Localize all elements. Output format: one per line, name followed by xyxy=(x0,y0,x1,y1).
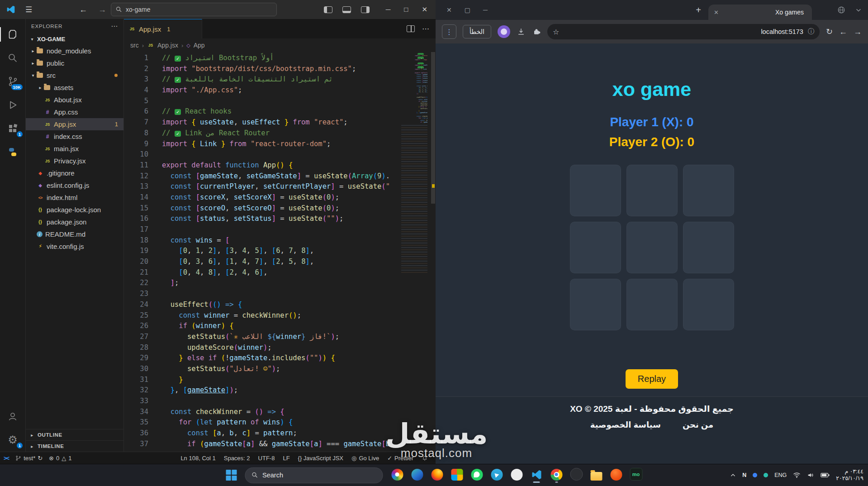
bookmark-star-icon[interactable]: ☆ xyxy=(553,28,559,36)
code-line[interactable]: 1// ✓ استيراد Bootstrap أولاً xyxy=(124,53,399,64)
file-item-assets[interactable]: ▸assets xyxy=(26,81,123,94)
about-link[interactable]: من نحن xyxy=(683,420,713,430)
chrome-taskbar-icon[interactable] xyxy=(550,469,563,483)
code-line[interactable]: 21 [0, 4, 8], [2, 4, 6], xyxy=(124,267,399,278)
vscode-taskbar-icon[interactable] xyxy=(530,469,543,483)
volume-icon[interactable] xyxy=(807,472,814,478)
code-line[interactable]: 28 updateScore(winner); xyxy=(124,343,399,353)
tray-chevron-up-icon[interactable] xyxy=(730,472,736,478)
file-item-App.jsx[interactable]: JSApp.jsx1 xyxy=(26,118,123,130)
code-line[interactable]: 14 const [scoreX, setScoreX] = useState(… xyxy=(124,192,399,203)
file-item-vite.config.js[interactable]: ⚡vite.config.js xyxy=(26,240,123,253)
file-item-public[interactable]: ▸public xyxy=(26,57,123,69)
file-item-index.html[interactable]: <>index.html xyxy=(26,191,123,204)
code-line[interactable]: 11export default function App() { xyxy=(124,160,399,171)
file-item-App.css[interactable]: #App.css xyxy=(26,106,123,118)
maximize-icon[interactable]: □ xyxy=(404,5,408,14)
code-line[interactable]: 36 const [a, b, c] = pattern; xyxy=(124,428,399,439)
problems-item[interactable]: ⊗ 0 △ 1 xyxy=(46,452,75,464)
code-line[interactable]: 19 [0, 1, 2], [3, 4, 5], [6, 7, 8], xyxy=(124,246,399,257)
editor-scrollbar[interactable] xyxy=(431,52,436,452)
editor-more-icon[interactable]: ⋯ xyxy=(422,24,429,33)
menu-hamburger-icon[interactable]: ☰ xyxy=(25,5,32,14)
code-line[interactable]: 32 }, [gameState]); xyxy=(124,385,399,396)
firefox-taskbar-icon[interactable] xyxy=(431,469,443,483)
reload-icon[interactable]: ↻ xyxy=(826,27,833,37)
file-item-node_modules[interactable]: ▸node_modules xyxy=(26,45,123,57)
python-extension-icon[interactable] xyxy=(0,140,25,164)
code-line[interactable]: 18 const wins = [ xyxy=(124,235,399,246)
whiteapp-taskbar-icon[interactable] xyxy=(510,469,523,483)
edge-taskbar-icon[interactable] xyxy=(411,469,423,483)
settings-gear-icon[interactable]: ⚙ 1 xyxy=(0,428,25,452)
code-line[interactable]: 23 xyxy=(124,289,399,300)
file-item-About.jsx[interactable]: JSAbout.jsx xyxy=(26,94,123,106)
split-editor-icon[interactable] xyxy=(407,25,415,32)
store-taskbar-icon[interactable] xyxy=(451,469,463,483)
taskbar-clock[interactable]: ٠٣:٤٤ م ٢٠٢٥/١٠/١٩ xyxy=(836,468,863,482)
project-root-row[interactable]: ▾ XO-GAME xyxy=(26,33,123,45)
browser-close-icon[interactable]: ✕ xyxy=(446,6,452,14)
back-nav-icon[interactable]: → xyxy=(854,27,862,37)
board-cell[interactable] xyxy=(626,279,678,330)
board-cell[interactable] xyxy=(683,165,734,216)
whatsapp-taskbar-icon[interactable] xyxy=(470,469,483,483)
board-cell[interactable] xyxy=(683,279,734,330)
tray-blue-app-icon[interactable] xyxy=(753,473,757,477)
code-line[interactable]: 30 setStatus("تعادل! ☺"); xyxy=(124,364,399,375)
darkapp-taskbar-icon[interactable] xyxy=(570,468,583,483)
command-center-search[interactable]: xo-game xyxy=(111,3,277,16)
browser-maximize-icon[interactable]: ▢ xyxy=(465,6,470,14)
code-line[interactable]: 22 ]; xyxy=(124,278,399,289)
code-line[interactable]: 5 xyxy=(124,96,399,107)
browser-tab[interactable]: ✕ Xo games xyxy=(708,5,812,20)
extensions-icon[interactable]: 1 xyxy=(0,117,25,140)
toggle-secondary-sidebar-icon[interactable] xyxy=(361,6,370,13)
prettier-item[interactable]: ✓ Prettier xyxy=(384,455,417,462)
remote-indicator-icon[interactable]: >< xyxy=(0,455,12,462)
code-line[interactable]: 7import { useState, useEffect } from "re… xyxy=(124,117,399,128)
replay-button[interactable]: Replay xyxy=(626,369,678,389)
tab-app-jsx[interactable]: JS App.jsx 1 xyxy=(124,19,202,38)
site-info-icon[interactable]: ⓘ xyxy=(808,28,814,36)
extensions-puzzle-icon[interactable] xyxy=(532,27,541,36)
code-line[interactable]: 16 const [status, setStatus] = useState(… xyxy=(124,214,399,224)
file-item-.gitignore[interactable]: ◆.gitignore xyxy=(26,167,123,179)
forward-nav-icon[interactable]: ← xyxy=(839,27,847,37)
file-item-eslint.config.js[interactable]: ◆eslint.config.js xyxy=(26,179,123,191)
explorer-icon[interactable] xyxy=(0,23,25,46)
file-item-index.css[interactable]: #index.css xyxy=(26,130,123,143)
code-line[interactable]: if (gameState[a] && gameState[a] === gam… xyxy=(401,121,427,123)
panel-outline[interactable]: ▸OUTLINE xyxy=(26,429,123,440)
source-control-icon[interactable]: 10K xyxy=(0,70,25,93)
tab-list-chevron-icon[interactable] xyxy=(855,7,862,13)
wifi-icon[interactable] xyxy=(793,472,801,478)
telegram-taskbar-icon[interactable] xyxy=(490,469,503,483)
board-cell[interactable] xyxy=(570,279,621,330)
accounts-icon[interactable] xyxy=(0,405,25,428)
battery-icon[interactable] xyxy=(821,472,830,478)
notifications-bell-icon[interactable] xyxy=(418,455,431,462)
code-line[interactable]: 34 const checkWinner = () => { xyxy=(124,407,399,418)
toggle-panel-icon[interactable] xyxy=(342,6,351,13)
code-line[interactable]: 15 const [scoreO, setScoreO] = useState(… xyxy=(124,203,399,214)
code-editor[interactable]: 1// ✓ استيراد Bootstrap أولاً2import "bo… xyxy=(124,52,436,452)
file-item-README.md[interactable]: iREADME.md xyxy=(26,228,123,240)
code-lines[interactable]: 1// ✓ استيراد Bootstrap أولاً2import "bo… xyxy=(124,53,399,449)
toggle-sidebar-icon[interactable] xyxy=(324,6,332,13)
folder-taskbar-icon[interactable] xyxy=(590,470,602,483)
eol[interactable]: LF xyxy=(280,455,293,462)
tray-n-icon[interactable]: N xyxy=(742,472,746,478)
language-mode[interactable]: {} JavaScript JSX xyxy=(295,455,346,462)
mo-taskbar-icon[interactable]: mo xyxy=(630,468,642,483)
profile-error-button[interactable]: الخطأ xyxy=(463,25,491,38)
browser-minimize-icon[interactable]: ─ xyxy=(483,6,488,14)
indentation[interactable]: Spaces: 2 xyxy=(221,455,253,462)
browser-globe-icon[interactable] xyxy=(837,6,845,14)
address-bar[interactable]: ☆ localhost:5173 ⓘ xyxy=(547,24,820,39)
brave-taskbar-icon[interactable] xyxy=(610,469,622,483)
tab-close-icon[interactable]: ✕ xyxy=(714,9,719,16)
board-cell[interactable] xyxy=(626,165,678,216)
breadcrumb-item[interactable]: src xyxy=(130,42,139,49)
code-line[interactable]: 3// ✓ ثم استيراد التنسيقات الخاصة باللعب… xyxy=(124,74,399,85)
